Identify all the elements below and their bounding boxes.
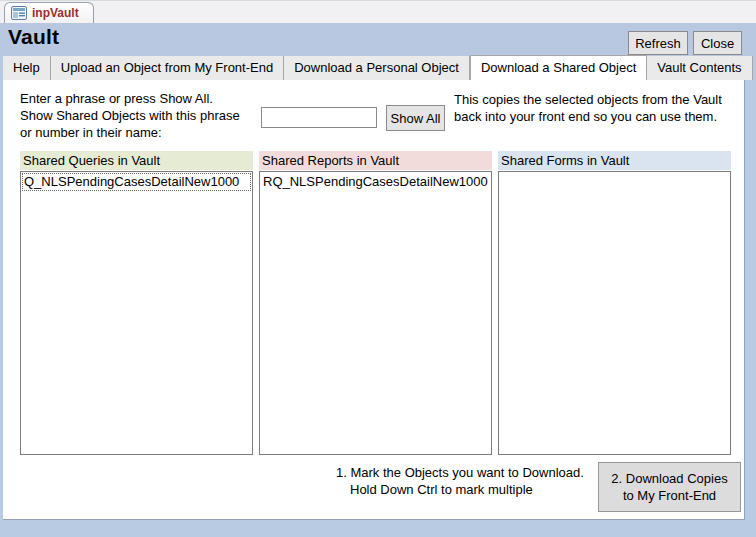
filter-instructions-line3: or number in their name: — [20, 124, 240, 141]
list-item[interactable]: RQ_NLSPendingCasesDetailNew1000 — [261, 173, 490, 191]
copy-description-line2: back into your front end so you can use … — [454, 108, 742, 125]
tab-help[interactable]: Help — [3, 56, 51, 80]
filter-instructions-line2: Show Shared Objects with this phrase — [20, 107, 240, 124]
download-copies-button-line2: to My Front-End — [623, 488, 716, 503]
document-tab-label: inpVault — [32, 6, 79, 20]
filter-phrase-input[interactable] — [261, 107, 377, 128]
tab-download-a-shared-object[interactable]: Download a Shared Object — [470, 55, 647, 80]
copy-description-line1: This copies the selected objects from th… — [454, 91, 742, 108]
download-copies-button-line1: 2. Download Copies — [611, 471, 727, 486]
download-copies-button[interactable]: 2. Download Copies to My Front-End — [598, 462, 741, 512]
copy-description: This copies the selected objects from th… — [454, 91, 742, 125]
tab-vault-contents[interactable]: Vault Contents — [647, 56, 752, 80]
show-all-button[interactable]: Show All — [386, 105, 445, 131]
filter-instructions-line1: Enter a phrase or press Show All. — [20, 90, 240, 107]
tab-page-download-shared-object: Enter a phrase or press Show All. Show S… — [3, 80, 745, 520]
list-item[interactable]: Q_NLSPendingCasesDetailNew1000 — [22, 173, 251, 191]
shared-queries-header: Shared Queries in Vault — [20, 151, 253, 170]
filter-instructions: Enter a phrase or press Show All. Show S… — [20, 90, 240, 141]
access-window: { "window": { "document_tab": "inpVault"… — [0, 0, 756, 537]
shared-reports-header: Shared Reports in Vault — [259, 151, 492, 170]
download-instructions-line1: 1. Mark the Objects you want to Download… — [336, 464, 584, 481]
shared-forms-header: Shared Forms in Vault — [498, 151, 731, 170]
form-icon — [11, 6, 27, 20]
document-tab-bar: inpVault — [0, 0, 756, 23]
download-instructions-line2: Hold Down Ctrl to mark multiple — [336, 481, 584, 498]
refresh-button[interactable]: Refresh — [628, 31, 688, 55]
shared-queries-listbox[interactable]: Q_NLSPendingCasesDetailNew1000 — [20, 171, 253, 455]
page-title: Vault — [8, 25, 59, 49]
shared-reports-listbox[interactable]: RQ_NLSPendingCasesDetailNew1000 — [259, 171, 492, 455]
document-tab-inpvault[interactable]: inpVault — [4, 2, 94, 23]
tab-upload-an-object-from-my-front-end[interactable]: Upload an Object from My Front-End — [51, 56, 284, 80]
download-instructions: 1. Mark the Objects you want to Download… — [336, 464, 584, 498]
shared-forms-listbox[interactable] — [498, 171, 731, 455]
tab-download-a-personal-object[interactable]: Download a Personal Object — [284, 56, 470, 80]
tab-strip: HelpUpload an Object from My Front-EndDo… — [3, 56, 753, 80]
close-button[interactable]: Close — [693, 31, 742, 55]
